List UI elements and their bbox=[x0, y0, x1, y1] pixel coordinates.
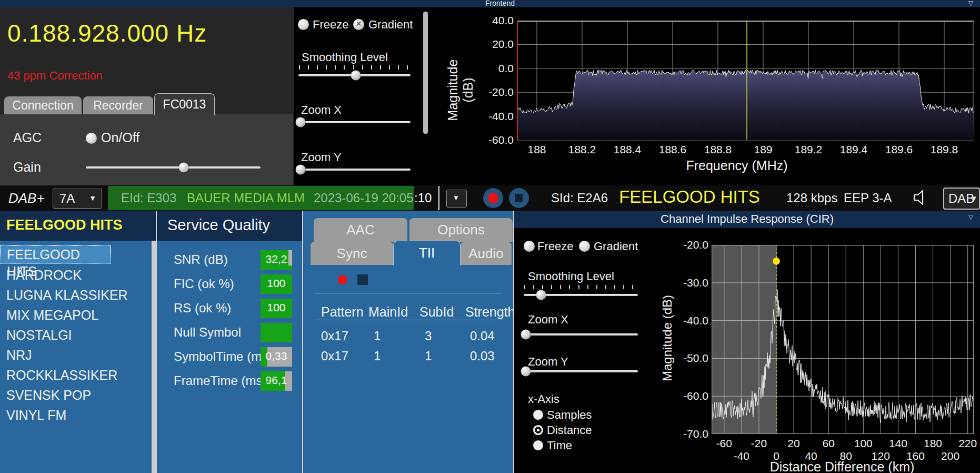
service-item[interactable]: NRJ bbox=[0, 345, 156, 365]
quality-row-value: 100 bbox=[261, 277, 292, 290]
channel-chevron-down-icon: ▼ bbox=[89, 194, 96, 202]
tuner-tab-fc0013[interactable]: FC0013 bbox=[154, 93, 215, 115]
statusbar-splitter[interactable] bbox=[438, 186, 439, 210]
cir-zoomy-thumb[interactable] bbox=[521, 367, 531, 377]
quality-row-label: SymbolTime (ms) bbox=[174, 349, 272, 364]
spectrum-xtick: 189.4 bbox=[833, 143, 875, 156]
spectrum-zoomy-slider[interactable] bbox=[298, 164, 411, 175]
spectrum-xtick: 188.4 bbox=[606, 143, 648, 156]
service-item[interactable]: ROCKKLASSIKER bbox=[0, 365, 156, 385]
quality-row: SymbolTime (ms)0,33 bbox=[157, 347, 302, 367]
agc-label: AGC bbox=[13, 130, 42, 145]
tuner-tab-connection[interactable]: Connection bbox=[4, 96, 82, 114]
service-item[interactable]: MIX MEGAPOL bbox=[0, 305, 156, 325]
tii-col-header: MainId bbox=[368, 304, 408, 320]
window-title-bar: Frontend ▽ bbox=[0, 0, 980, 7]
detail-subtab-audio[interactable]: Audio bbox=[461, 242, 512, 265]
spectrum-freeze-checkbox[interactable]: ✕ bbox=[298, 19, 309, 30]
collapse-frontend-icon[interactable]: ▽ bbox=[968, 0, 973, 7]
cir-zoomy-slider[interactable] bbox=[524, 366, 638, 377]
current-service-name: FEELGOOD HITS bbox=[613, 187, 766, 207]
cir-smoothing-slider[interactable] bbox=[524, 290, 638, 300]
cir-xtick: 0 bbox=[761, 450, 792, 462]
tii-cell: 0.04 bbox=[470, 329, 495, 343]
cir-chart[interactable] bbox=[712, 245, 974, 434]
detail-tab-options[interactable]: Options bbox=[409, 218, 513, 242]
service-list-panel: FEELGOOD HITS FEELGOOD HITSHÅRDROCKLUGNA… bbox=[0, 211, 156, 473]
band-selector[interactable]: DAB ▼ bbox=[943, 188, 980, 210]
spectrum-xtick: 188 bbox=[516, 143, 558, 156]
collapse-cir-icon[interactable]: ▽ bbox=[968, 213, 973, 221]
service-item[interactable]: LUGNA KLASSIKER bbox=[0, 285, 156, 305]
cir-freeze-checkbox[interactable]: ✕ bbox=[524, 241, 535, 252]
spectrum-smoothing-slider[interactable] bbox=[298, 70, 411, 81]
quality-row-value: 100 bbox=[261, 301, 292, 314]
cir-zoomx-label: Zoom X bbox=[528, 313, 568, 327]
quality-row-value: 0,33 bbox=[261, 350, 292, 362]
spectrum-zoomy-thumb[interactable] bbox=[296, 165, 306, 175]
frontend-spectrum-chart[interactable] bbox=[517, 21, 974, 141]
tii-active-indicator bbox=[338, 275, 347, 284]
gain-slider-thumb[interactable] bbox=[178, 163, 188, 173]
frontend-panel-title: Frontend bbox=[463, 0, 537, 7]
xaxis-radio-distance[interactable] bbox=[533, 425, 543, 435]
detail-tab-aac[interactable]: AAC bbox=[314, 218, 407, 242]
agc-toggle[interactable]: ✕ bbox=[86, 133, 97, 144]
quality-row-label: FIC (ok %) bbox=[174, 277, 234, 291]
service-quality-panel: Service Quality SNR (dB)32,2FIC (ok %)10… bbox=[157, 211, 302, 473]
service-item[interactable]: HÅRDROCK bbox=[0, 265, 156, 285]
tii-cell: 1 bbox=[374, 349, 381, 363]
tuner-tab-recorder[interactable]: Recorder bbox=[83, 96, 153, 114]
spectrum-x-axis-label: Frequency (MHz) bbox=[684, 158, 789, 173]
cir-xtick: 200 bbox=[935, 450, 966, 462]
spectrum-gradient-checkbox[interactable]: ✕ bbox=[353, 19, 364, 30]
service-dropdown-button[interactable]: ▼ bbox=[446, 190, 467, 208]
cir-panel: Channel Impulse Response (CIR) ▽ ✕ Freez… bbox=[514, 211, 980, 473]
cir-zoomx-thumb[interactable] bbox=[521, 330, 531, 340]
service-item[interactable]: FEELGOOD HITS bbox=[0, 245, 111, 263]
cir-xtick: 120 bbox=[865, 450, 896, 462]
cir-smoothing-thumb[interactable] bbox=[536, 290, 546, 300]
spectrum-controls-scrollbar[interactable] bbox=[423, 12, 428, 134]
quality-row-gauge: 0,33 bbox=[261, 347, 292, 367]
spectrum-xtick: 188.2 bbox=[561, 143, 603, 156]
spectrum-zoomx-slider[interactable] bbox=[298, 117, 411, 127]
channel-selector[interactable]: 7A ▼ bbox=[53, 189, 102, 209]
cir-xtick: -20 bbox=[743, 437, 775, 450]
band-chevron-down-icon: ▼ bbox=[971, 194, 977, 202]
service-item[interactable]: VINYL FM bbox=[0, 405, 156, 425]
speaker-icon[interactable] bbox=[912, 188, 931, 207]
service-quality-title: Service Quality bbox=[167, 216, 270, 234]
tii-col-header: Pattern bbox=[321, 304, 364, 320]
tuner-tab-content: AGC ✕ On/Off Gain bbox=[0, 114, 293, 185]
record-button[interactable] bbox=[483, 188, 503, 208]
cir-gradient-checkbox[interactable]: ✕ bbox=[579, 241, 590, 252]
detail-subtab-tii[interactable]: TII bbox=[393, 241, 461, 265]
spectrum-zoomy-label: Zoom Y bbox=[301, 151, 342, 164]
spectrum-xtick: 188.8 bbox=[697, 143, 739, 156]
cir-xtick: 100 bbox=[847, 437, 879, 450]
spectrum-xtick: 189 bbox=[742, 143, 784, 156]
cir-xtick: 20 bbox=[778, 437, 809, 450]
service-list-scrollbar[interactable] bbox=[152, 241, 156, 473]
service-item[interactable]: SVENSK POP bbox=[0, 385, 156, 405]
spectrum-xtick: 189.8 bbox=[923, 143, 965, 156]
bitrate-label: 128 kbps bbox=[786, 191, 837, 205]
xaxis-radio-time[interactable] bbox=[533, 440, 543, 450]
service-item[interactable]: NOSTALGI bbox=[0, 325, 156, 345]
cir-xtick: 160 bbox=[899, 450, 931, 462]
spectrum-zoomx-thumb[interactable] bbox=[296, 117, 306, 127]
stop-button[interactable] bbox=[509, 188, 529, 208]
smoothing-tickmarks bbox=[299, 65, 408, 70]
quality-gauge-fill bbox=[261, 323, 292, 342]
datetime: 2023-06-19 20:05 bbox=[314, 191, 414, 205]
cir-ytick: -70.0 bbox=[672, 428, 708, 440]
gain-slider[interactable] bbox=[86, 162, 261, 173]
detail-subtab-sync[interactable]: Sync bbox=[311, 242, 393, 265]
service-id: SId: E2A6 bbox=[551, 191, 608, 205]
xaxis-radio-samples[interactable] bbox=[533, 410, 543, 420]
spectrum-freeze-label: Freeze bbox=[313, 18, 348, 32]
spectrum-smoothing-thumb[interactable] bbox=[351, 71, 361, 81]
cir-zoomx-slider[interactable] bbox=[524, 329, 638, 340]
ppm-correction-label: 43 ppm Correction bbox=[7, 69, 103, 83]
